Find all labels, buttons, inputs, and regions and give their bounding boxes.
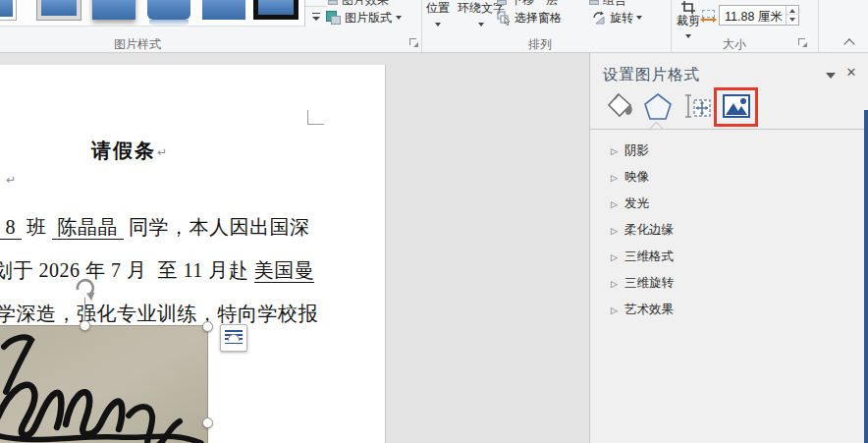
resize-handle-top[interactable]: [80, 320, 90, 331]
tab-layout-and-properties[interactable]: [683, 92, 713, 122]
margin-corner-mark: [307, 110, 324, 125]
picture-style-thumbnail[interactable]: [92, 0, 136, 20]
picture-effects-button-clipped[interactable]: 图片效果: [328, 0, 416, 6]
spinner-up-button[interactable]: [787, 6, 799, 15]
thumbnail-image: [147, 0, 190, 20]
size-group-label: 大小: [687, 36, 782, 50]
more-icon: [312, 13, 320, 14]
thumbnail-image: [0, 0, 13, 17]
pane-section-label: 三维格式: [624, 249, 674, 265]
crop-icon: [680, 1, 696, 15]
selection-pane-label: 选择窗格: [515, 10, 562, 27]
pane-section-艺术效果[interactable]: ▷艺术效果: [590, 297, 868, 323]
layout-options-arch: [228, 334, 240, 341]
underlined-text: 陈晶晶: [52, 216, 124, 240]
picture-layout-label: 图片版式: [345, 10, 392, 27]
doc-text: 划于 2026 年 7 月 至 11 月赴: [0, 259, 254, 281]
group-separator: [818, 0, 819, 52]
underlined-text: 美国曼: [254, 259, 315, 283]
spinner-down-button[interactable]: [787, 16, 799, 25]
picture-style-thumbnail[interactable]: [147, 0, 190, 20]
panel-sections: ▷阴影▷映像▷发光▷柔化边缘▷三维格式▷三维旋转▷艺术效果: [590, 138, 868, 323]
shape-width-icon: [701, 9, 717, 24]
chevron-down-icon: [826, 73, 836, 79]
shape-width-field[interactable]: 11.88 厘米: [719, 5, 799, 26]
group-objects-label: 组合: [603, 0, 626, 6]
collapse-ribbon-button[interactable]: [841, 35, 860, 51]
gallery-scroll-column: [304, 0, 326, 27]
doc-line-1[interactable]: 8 班 陈晶晶 同学，本人因出国深: [0, 214, 310, 241]
tab-fill-and-line[interactable]: [605, 92, 634, 122]
position-button[interactable]: 位置: [420, 1, 456, 27]
shape-width-value: 11.88 厘米: [725, 9, 783, 26]
chevron-down-icon: [478, 23, 484, 27]
rotate-label: 旋转: [610, 10, 633, 27]
document-title[interactable]: 请假条: [91, 138, 156, 164]
gallery-more-button[interactable]: [305, 8, 327, 26]
group-separator: [421, 0, 422, 52]
size-dialog-launcher[interactable]: [798, 38, 808, 48]
send-backward-label: 下移一层: [511, 0, 558, 6]
format-picture-pane: 设置图片格式 ✕ ▷阴影▷映像▷发光▷柔化边缘▷三维格式▷三维旋转: [589, 53, 868, 443]
picture-effects-icon: [328, 0, 338, 5]
group-button-clipped[interactable]: 组合: [589, 0, 648, 6]
pane-section-阴影[interactable]: ▷阴影: [590, 138, 868, 164]
red-annotation-box: [714, 87, 758, 127]
send-backward-button-clipped[interactable]: 下移一层: [497, 0, 575, 6]
expand-triangle-icon: ▷: [611, 305, 618, 315]
tab-effects[interactable]: [643, 92, 673, 122]
rotation-handle[interactable]: [73, 276, 97, 301]
pane-section-label: 发光: [624, 195, 649, 212]
doc-text: 班: [22, 216, 53, 238]
picture-style-thumbnail[interactable]: [202, 0, 245, 20]
resize-handle-right[interactable]: [202, 417, 213, 428]
picture-style-thumbnail[interactable]: [253, 0, 298, 20]
pilcrow-mark: ↵: [157, 145, 167, 159]
thumbnail-image: [41, 0, 77, 16]
crop-button[interactable]: 裁剪: [674, 1, 703, 27]
expand-triangle-icon: ▷: [611, 226, 618, 236]
pane-section-label: 艺术效果: [624, 302, 674, 318]
doc-line-2[interactable]: 划于 2026 年 7 月 至 11 月赴 美国曼: [0, 257, 314, 284]
expand-triangle-icon: ▷: [611, 146, 618, 156]
chevron-down-icon: [435, 23, 441, 27]
tab-divider-line: [590, 129, 868, 130]
pane-section-三维格式[interactable]: ▷三维格式: [590, 244, 868, 270]
picture-styles-gallery: [0, 0, 304, 27]
thumbnail-image: [202, 0, 245, 20]
picture-effects-label: 图片效果: [342, 0, 389, 6]
signature-image[interactable]: [0, 325, 208, 443]
pane-section-发光[interactable]: ▷发光: [590, 191, 868, 217]
pane-section-柔化边缘[interactable]: ▷柔化边缘: [590, 217, 868, 244]
expand-triangle-icon: ▷: [611, 279, 618, 289]
pane-close-button[interactable]: ✕: [843, 65, 859, 81]
doc-line-3[interactable]: 学深造，强化专业训练，特向学校报: [0, 301, 318, 327]
chevron-down-icon: [396, 16, 402, 20]
layout-options-button[interactable]: [220, 324, 247, 352]
rotation-handle-stem: [84, 298, 85, 322]
expand-triangle-icon: ▷: [611, 252, 618, 262]
signature-strokes: [0, 325, 208, 443]
pane-section-三维旋转[interactable]: ▷三维旋转: [590, 270, 868, 297]
selection-pane-button[interactable]: 选择窗格: [497, 10, 562, 26]
pane-section-label: 三维旋转: [624, 275, 674, 292]
position-label: 位置: [420, 1, 456, 16]
resize-handle-top-right[interactable]: [202, 321, 213, 332]
pane-section-label: 柔化边缘: [624, 222, 674, 239]
pane-section-映像[interactable]: ▷映像: [590, 164, 868, 191]
pane-options-button[interactable]: [824, 70, 838, 82]
group-separator: [671, 0, 672, 52]
picture-layout-button[interactable]: 图片版式: [326, 9, 402, 27]
gallery-scroll-up-clipped[interactable]: [305, 0, 327, 7]
ribbon: 图片效果 图片版式 位置 环绕文字 下移一层 选择窗格 组合: [0, 0, 868, 53]
window-edge-accent: [864, 110, 868, 443]
picture-style-thumbnail[interactable]: [0, 0, 16, 20]
picture-styles-dialog-launcher[interactable]: [409, 38, 419, 48]
picture-style-thumbnail[interactable]: [37, 0, 81, 20]
arrange-group-label: 排列: [481, 36, 599, 50]
crop-label: 裁剪: [674, 15, 703, 28]
chevron-down-icon: [636, 16, 642, 20]
pilcrow-mark: ↵: [6, 173, 16, 187]
rotate-button[interactable]: 旋转: [592, 10, 642, 26]
pentagon-effects-icon: [643, 92, 673, 122]
